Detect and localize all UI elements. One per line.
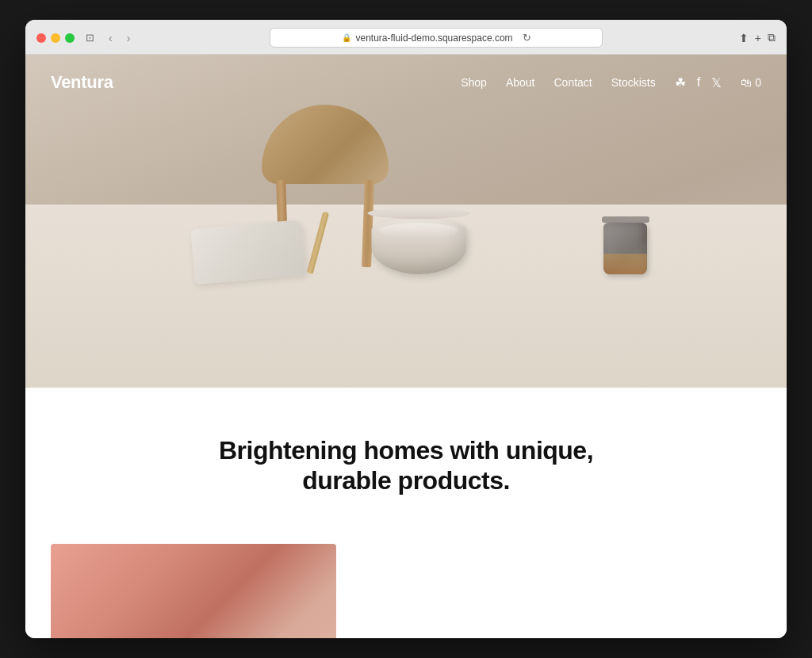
social-icons: ☘ f 𝕏 <box>675 75 722 90</box>
cart-bag-icon: 🛍 <box>741 76 752 89</box>
twitter-icon[interactable]: 𝕏 <box>711 75 722 90</box>
cart-count: 0 <box>755 76 761 89</box>
bowl-rim <box>368 208 471 219</box>
facebook-icon[interactable]: f <box>697 75 700 90</box>
fabric <box>193 224 304 288</box>
url-text: ventura-fluid-demo.squarespace.com <box>356 33 513 44</box>
small-cup <box>603 220 649 274</box>
website-content: Ventura Shop About Contact Stockists ☘ f… <box>25 55 787 638</box>
site-logo[interactable]: Ventura <box>51 72 113 93</box>
window-icon-button[interactable]: ⊡ <box>82 30 98 45</box>
site-nav: Shop About Contact Stockists ☘ f 𝕏 🛍 0 <box>461 75 761 90</box>
traffic-lights <box>36 33 75 43</box>
cart-icon[interactable]: 🛍 0 <box>741 76 761 89</box>
instagram-icon[interactable]: ☘ <box>675 75 686 90</box>
address-bar[interactable]: 🔒 ventura-fluid-demo.squarespace.com ↻ <box>270 28 603 48</box>
browser-chrome: ⊡ ‹ › 🔒 ventura-fluid-demo.squarespace.c… <box>25 20 787 55</box>
product-preview <box>25 528 787 638</box>
share-button[interactable]: ⬆ <box>739 32 749 44</box>
tagline-line2: durable products. <box>302 466 510 495</box>
small-cup-rim <box>602 216 649 223</box>
tagline: Brightening homes with unique, durable p… <box>51 435 761 496</box>
product-image-bg <box>51 544 336 638</box>
browser-actions: ⬆ + ⧉ <box>739 31 776 44</box>
browser-window: ⊡ ‹ › 🔒 ventura-fluid-demo.squarespace.c… <box>25 20 787 638</box>
new-tab-button[interactable]: + <box>755 32 761 44</box>
nav-stockists[interactable]: Stockists <box>611 76 656 89</box>
small-cup-body <box>603 223 647 274</box>
maximize-button[interactable] <box>65 33 75 43</box>
bowl <box>372 213 471 274</box>
nav-about[interactable]: About <box>506 76 535 89</box>
site-header: Ventura Shop About Contact Stockists ☘ f… <box>25 55 787 110</box>
back-button[interactable]: ‹ <box>105 30 116 46</box>
tabs-button[interactable]: ⧉ <box>768 31 776 44</box>
bowl-body <box>372 219 467 274</box>
nav-shop[interactable]: Shop <box>461 76 487 89</box>
reload-button[interactable]: ↻ <box>523 32 531 44</box>
hero-section: Ventura Shop About Contact Stockists ☘ f… <box>25 55 787 388</box>
chair-backrest <box>262 105 389 184</box>
nav-contact[interactable]: Contact <box>553 76 592 89</box>
tagline-line1: Brightening homes with unique, <box>219 436 593 465</box>
product-image <box>51 544 336 638</box>
content-section: Brightening homes with unique, durable p… <box>25 388 787 528</box>
close-button[interactable] <box>36 33 46 43</box>
minimize-button[interactable] <box>51 33 60 43</box>
lock-icon: 🔒 <box>342 33 351 42</box>
forward-button[interactable]: › <box>124 30 134 46</box>
product-area: Featured Create A Site Like This Free tr… <box>25 528 787 638</box>
fabric-main <box>190 220 306 285</box>
